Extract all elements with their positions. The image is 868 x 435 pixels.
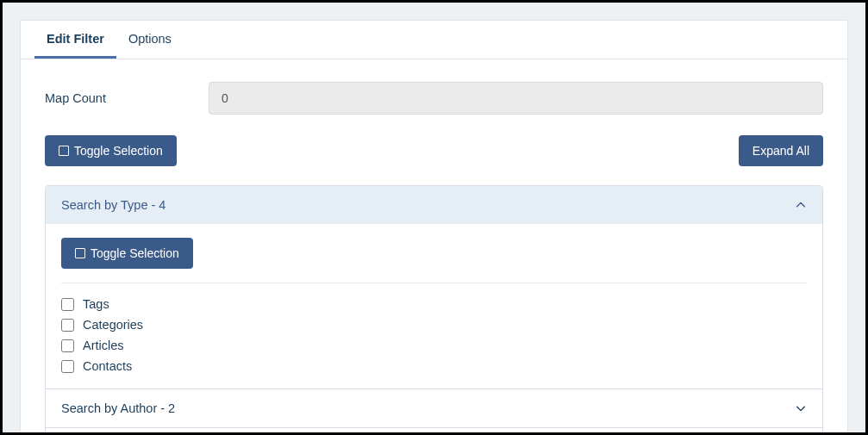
tab-bar: Edit Filter Options (21, 21, 847, 59)
label-articles: Articles (83, 339, 124, 352)
map-count-label: Map Count (45, 91, 209, 105)
accordion-item-type: Search by Type - 4 Toggle Selection (46, 186, 822, 388)
checkbox-icon (59, 146, 69, 156)
label-categories: Categories (83, 318, 143, 332)
accordion-title-type: Search by Type - 4 (61, 198, 165, 212)
expand-all-label: Expand All (752, 144, 809, 158)
toggle-selection-type-button[interactable]: Toggle Selection (61, 238, 193, 269)
label-tags: Tags (83, 297, 109, 311)
filter-option-articles[interactable]: Articles (61, 335, 807, 356)
map-count-value: 0 (209, 82, 823, 115)
checkbox-articles[interactable] (61, 339, 74, 352)
map-count-row: Map Count 0 (45, 82, 823, 115)
accordion-item-author: Search by Author - 2 (46, 388, 822, 427)
accordion-item-language: Search by Language - 1 (46, 427, 822, 432)
tab-content: Map Count 0 Toggle Selection Expand All … (21, 59, 847, 432)
toggle-selection-button[interactable]: Toggle Selection (45, 135, 177, 166)
accordion-title-author: Search by Author - 2 (61, 401, 175, 415)
tab-edit-filter[interactable]: Edit Filter (34, 21, 116, 59)
divider (61, 283, 807, 283)
accordion-header-author[interactable]: Search by Author - 2 (46, 388, 822, 427)
checkbox-icon (75, 248, 85, 258)
chevron-down-icon (795, 402, 807, 414)
accordion-body-type: Toggle Selection Tags Categories (46, 224, 822, 388)
filter-option-contacts[interactable]: Contacts (61, 356, 807, 376)
filter-accordion: Search by Type - 4 Toggle Selection (45, 185, 823, 432)
accordion-header-language[interactable]: Search by Language - 1 (46, 427, 822, 432)
chevron-up-icon (795, 199, 807, 211)
toggle-selection-type-label: Toggle Selection (91, 246, 179, 260)
expand-all-button[interactable]: Expand All (739, 135, 823, 166)
filter-option-categories[interactable]: Categories (61, 314, 807, 335)
filter-panel: Edit Filter Options Map Count 0 Toggle S… (20, 20, 848, 432)
filter-option-tags[interactable]: Tags (61, 294, 807, 314)
tab-options[interactable]: Options (116, 21, 184, 59)
label-contacts: Contacts (83, 359, 132, 373)
button-row: Toggle Selection Expand All (45, 135, 823, 166)
checkbox-tags[interactable] (61, 298, 74, 311)
page-background: Edit Filter Options Map Count 0 Toggle S… (3, 3, 865, 432)
accordion-header-type[interactable]: Search by Type - 4 (46, 186, 822, 224)
toggle-selection-label: Toggle Selection (74, 144, 163, 158)
checkbox-contacts[interactable] (61, 360, 74, 373)
checkbox-categories[interactable] (61, 319, 74, 332)
